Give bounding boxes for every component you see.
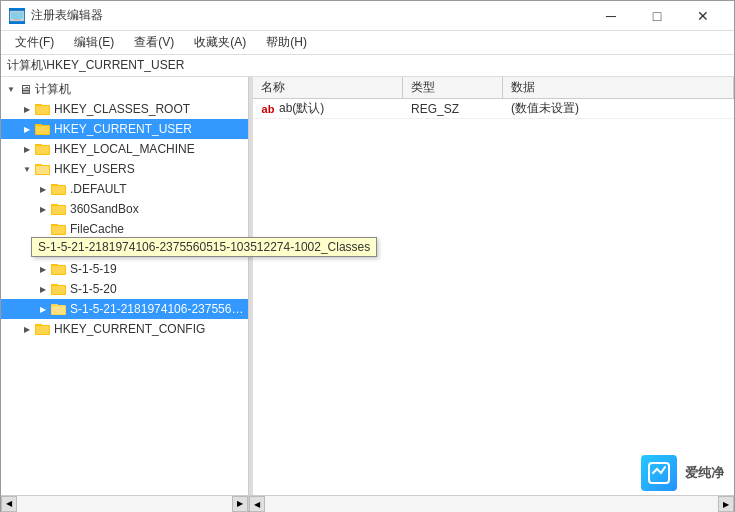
svg-rect-30 — [52, 266, 65, 274]
tree-item-current-user[interactable]: HKEY_CURRENT_USER — [1, 119, 248, 139]
window-controls: ─ □ ✕ — [588, 1, 726, 31]
tree-label-classes-root: HKEY_CLASSES_ROOT — [54, 102, 190, 116]
tooltip: S-1-5-21-2181974106-2375560515-103512274… — [31, 237, 249, 257]
folder-icon-local-machine — [35, 142, 51, 156]
watermark: 爱纯净 — [641, 455, 724, 491]
watermark-text: 爱纯净 — [685, 464, 724, 482]
toggle-sandbox[interactable] — [35, 199, 51, 219]
scroll-right-right-btn[interactable]: ▶ — [718, 496, 734, 512]
col-header-name: 名称 — [253, 77, 403, 98]
svg-rect-3 — [12, 20, 22, 21]
bottom-bar: ◀ ▶ ◀ ▶ — [1, 495, 734, 511]
tree-item-default[interactable]: .DEFAULT — [1, 179, 248, 199]
minimize-button[interactable]: ─ — [588, 1, 634, 31]
svg-rect-33 — [52, 286, 65, 294]
right-panel: 名称 类型 数据 ab ab(默认) REG_SZ — [253, 77, 734, 495]
tree-item-computer[interactable]: 🖥 计算机 — [1, 79, 248, 99]
menu-favorites[interactable]: 收藏夹(A) — [184, 32, 256, 54]
tree-label-s1520: S-1-5-20 — [70, 282, 117, 296]
svg-rect-9 — [36, 126, 49, 134]
scroll-track-left[interactable] — [17, 496, 232, 512]
folder-icon-current-user — [35, 122, 51, 136]
toggle-s1520[interactable] — [35, 279, 51, 299]
scroll-track-right[interactable] — [265, 496, 718, 512]
svg-rect-24 — [52, 226, 65, 234]
tree-label-s1521-short: S-1-5-21-2181974106-237556… — [70, 302, 243, 316]
svg-rect-6 — [36, 106, 49, 114]
menu-help[interactable]: 帮助(H) — [256, 32, 317, 54]
app-icon — [9, 8, 25, 24]
tree-item-s1519[interactable]: S-1-5-19 — [1, 259, 248, 279]
tree-label-local-machine: HKEY_LOCAL_MACHINE — [54, 142, 195, 156]
tree-item-s1521-short[interactable]: S-1-5-21-2181974106-237556… — [1, 299, 248, 319]
tree-item-filecache[interactable]: FileCache — [1, 219, 248, 239]
menu-view[interactable]: 查看(V) — [124, 32, 184, 54]
folder-icon-filecache — [51, 222, 67, 236]
svg-rect-39 — [36, 326, 49, 334]
menu-file[interactable]: 文件(F) — [5, 32, 64, 54]
svg-rect-1 — [11, 12, 23, 19]
computer-icon: 🖥 — [19, 82, 32, 97]
tree-item-local-machine[interactable]: HKEY_LOCAL_MACHINE — [1, 139, 248, 159]
col-header-type: 类型 — [403, 77, 503, 98]
svg-rect-36 — [52, 306, 65, 314]
folder-icon-s1519 — [51, 262, 67, 276]
tree-label-computer: 计算机 — [35, 81, 71, 98]
folder-icon-classes-root — [35, 102, 51, 116]
col-header-data: 数据 — [503, 77, 734, 98]
address-path: 计算机\HKEY_CURRENT_USER — [7, 57, 184, 74]
cell-type-default: REG_SZ — [403, 102, 503, 116]
toggle-computer[interactable] — [3, 79, 19, 99]
tree-label-users: HKEY_USERS — [54, 162, 135, 176]
table-row[interactable]: ab ab(默认) REG_SZ (数值未设置) — [253, 99, 734, 119]
maximize-button[interactable]: □ — [634, 1, 680, 31]
close-button[interactable]: ✕ — [680, 1, 726, 31]
tree-item-s1520[interactable]: S-1-5-20 — [1, 279, 248, 299]
table-body: ab ab(默认) REG_SZ (数值未设置) — [253, 99, 734, 495]
reg-value-icon: ab — [261, 102, 275, 116]
tree-label-filecache: FileCache — [70, 222, 124, 236]
tree-item-users[interactable]: HKEY_USERS — [1, 159, 248, 179]
cell-data-default: (数值未设置) — [503, 100, 734, 117]
tree-label-current-user: HKEY_CURRENT_USER — [54, 122, 192, 136]
tree-label-current-config: HKEY_CURRENT_CONFIG — [54, 322, 205, 336]
tree-label-s1519: S-1-5-19 — [70, 262, 117, 276]
addressbar: 计算机\HKEY_CURRENT_USER — [1, 55, 734, 77]
cell-name-default: ab ab(默认) — [253, 100, 403, 117]
toggle-classes-root[interactable] — [19, 99, 35, 119]
folder-icon-s1521 — [51, 302, 67, 316]
titlebar: 注册表编辑器 ─ □ ✕ — [1, 1, 734, 31]
tree-item-current-config[interactable]: HKEY_CURRENT_CONFIG — [1, 319, 248, 339]
menu-edit[interactable]: 编辑(E) — [64, 32, 124, 54]
toggle-current-config[interactable] — [19, 319, 35, 339]
folder-icon-default — [51, 182, 67, 196]
folder-icon-sandbox — [51, 202, 67, 216]
toggle-s1521[interactable] — [35, 299, 51, 319]
watermark-logo — [641, 455, 677, 491]
window-title: 注册表编辑器 — [31, 7, 588, 24]
toggle-local-machine[interactable] — [19, 139, 35, 159]
folder-icon-s1520 — [51, 282, 67, 296]
folder-icon-current-config — [35, 322, 51, 336]
svg-rect-21 — [52, 206, 65, 214]
bottom-left-scroll: ◀ ▶ — [1, 496, 249, 511]
folder-icon-users — [35, 162, 51, 176]
toggle-default[interactable] — [35, 179, 51, 199]
tree-label-sandbox: 360SandBox — [70, 202, 139, 216]
tree-item-sandbox[interactable]: 360SandBox — [1, 199, 248, 219]
tree-panel[interactable]: 🖥 计算机 HKEY_CLASSES_ROOT — [1, 77, 249, 495]
svg-rect-15 — [36, 166, 49, 174]
svg-rect-2 — [13, 19, 21, 20]
table-header: 名称 类型 数据 — [253, 77, 734, 99]
toggle-s1519[interactable] — [35, 259, 51, 279]
scroll-left-right-btn[interactable]: ◀ — [249, 496, 265, 512]
menubar: 文件(F) 编辑(E) 查看(V) 收藏夹(A) 帮助(H) — [1, 31, 734, 55]
registry-editor-window: 注册表编辑器 ─ □ ✕ 文件(F) 编辑(E) 查看(V) 收藏夹(A) 帮助… — [0, 0, 735, 512]
scroll-left-btn[interactable]: ◀ — [1, 496, 17, 512]
tree-item-classes-root[interactable]: HKEY_CLASSES_ROOT — [1, 99, 248, 119]
scroll-right-btn[interactable]: ▶ — [232, 496, 248, 512]
bottom-right-scroll: ◀ ▶ — [249, 496, 734, 511]
toggle-users[interactable] — [19, 159, 35, 179]
toggle-current-user[interactable] — [19, 119, 35, 139]
tree-label-default: .DEFAULT — [70, 182, 126, 196]
